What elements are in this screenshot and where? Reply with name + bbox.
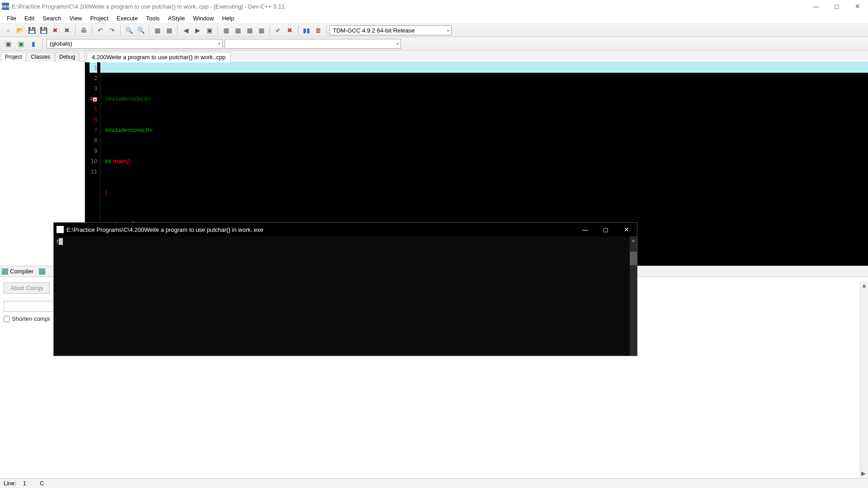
status-col: C — [40, 480, 44, 487]
check-icon[interactable]: ✔ — [273, 25, 283, 36]
line-number: 6 — [90, 114, 97, 125]
toolbar-separator — [92, 25, 92, 35]
console-output-text: f — [57, 238, 58, 245]
console-window: E:\Practice Programs\C\4.200Weite a prog… — [53, 222, 637, 356]
undo-icon[interactable]: ↶ — [95, 25, 106, 36]
menu-execute[interactable]: Execute — [113, 14, 142, 23]
toolbar-separator — [177, 25, 178, 35]
line-number: 3 — [90, 83, 97, 94]
console-vertical-scrollbar[interactable]: ▲ — [630, 236, 637, 356]
menu-tools[interactable]: Tools — [142, 14, 164, 23]
compiler-tab-icon — [2, 268, 8, 275]
output-vertical-scrollbar[interactable]: ▲ ▼ — [860, 281, 868, 475]
find-icon[interactable]: 🔍 — [123, 25, 134, 36]
scroll-up-icon[interactable]: ▲ — [860, 281, 868, 289]
status-bar: Line: 1 C — [0, 478, 868, 488]
run-icon[interactable]: ▦ — [164, 25, 175, 36]
line-number: 5 — [90, 104, 97, 114]
insert-icon[interactable]: ▣ — [15, 38, 26, 49]
menu-search[interactable]: Search — [38, 14, 65, 23]
new-file-icon[interactable]: ▫ — [3, 25, 14, 36]
tab-compiler[interactable]: Compiler — [10, 268, 33, 275]
line-number: 11 — [90, 166, 97, 177]
print-icon[interactable]: 🖶 — [78, 25, 89, 36]
compile-icon[interactable]: ▦ — [152, 25, 163, 36]
line-number: 8 — [90, 135, 97, 145]
tab-project[interactable]: Project — [1, 52, 26, 61]
menu-window[interactable]: Window — [189, 14, 218, 23]
scroll-up-icon[interactable]: ▲ — [630, 236, 637, 244]
scroll-thumb[interactable] — [630, 252, 637, 265]
toolbar-separator — [269, 25, 270, 35]
grid1-icon[interactable]: ▦ — [221, 25, 231, 36]
open-file-icon[interactable]: 📂 — [14, 25, 25, 36]
scope-select[interactable]: (globals) — [47, 39, 223, 49]
save-all-icon[interactable]: 💾 — [38, 25, 49, 36]
minimize-button[interactable]: ― — [806, 0, 826, 13]
stop-icon[interactable]: ✖ — [284, 25, 295, 36]
close-all-icon[interactable]: ✖ — [61, 25, 72, 36]
back-icon[interactable]: ◀ — [180, 25, 191, 36]
tab-debug[interactable]: Debug — [55, 52, 79, 61]
menu-project[interactable]: Project — [86, 14, 113, 23]
symbol-select[interactable] — [225, 39, 401, 49]
toolbar-separator — [120, 25, 121, 35]
console-close-button[interactable]: ✕ — [616, 223, 637, 236]
shorten-path-label: Shorten compi — [12, 315, 50, 322]
scroll-right-icon[interactable]: ▶ — [859, 469, 868, 477]
left-panel-tabs: Project Classes Debug — [0, 51, 85, 61]
window-controls: ― ◻ ✕ — [806, 0, 868, 13]
bookmark-icon[interactable]: ▣ — [204, 25, 215, 36]
goto-icon[interactable]: ▣ — [3, 38, 14, 49]
grid4-icon[interactable]: ▦ — [256, 25, 267, 36]
line-number: 7 — [90, 125, 97, 135]
toggle-icon[interactable]: ▮ — [28, 38, 39, 49]
file-tabs: 4.200Weite a program to use putchar() in… — [85, 51, 868, 62]
toolbar-separator — [326, 25, 327, 35]
redo-icon[interactable]: ↷ — [107, 25, 118, 36]
forward-icon[interactable]: ▶ — [192, 25, 203, 36]
fold-minus-icon[interactable] — [93, 97, 97, 102]
toolbar-separator — [75, 25, 75, 35]
close-button[interactable]: ✕ — [847, 0, 868, 13]
console-cursor — [59, 238, 63, 245]
menu-bar: File Edit Search View Project Execute To… — [0, 13, 868, 23]
grid3-icon[interactable]: ▦ — [244, 25, 255, 36]
window-title-bar: DEV E:\Practice Programs\C\4.200Weite a … — [0, 0, 868, 13]
status-line: Line: 1 — [4, 480, 26, 487]
grid2-icon[interactable]: ▦ — [232, 25, 243, 36]
console-title-bar[interactable]: E:\Practice Programs\C\4.200Weite a prog… — [54, 223, 637, 236]
console-minimize-button[interactable]: ― — [575, 223, 595, 236]
menu-file[interactable]: File — [3, 14, 20, 23]
compiler-select[interactable]: TDM-GCC 4.9.2 64-bit Release — [330, 25, 452, 35]
current-line-highlight — [100, 62, 868, 73]
close-file-icon[interactable]: ✖ — [50, 25, 61, 36]
toolbar-separator — [298, 25, 298, 35]
console-maximize-button[interactable]: ◻ — [595, 223, 616, 236]
menu-astyle[interactable]: AStyle — [164, 14, 189, 23]
scope-select-label: (globals) — [50, 40, 72, 47]
file-tab[interactable]: 4.200Weite a program to use putchar() in… — [87, 52, 231, 62]
secondary-toolbar: ▣ ▣ ▮ (globals) — [0, 37, 868, 51]
maximize-button[interactable]: ◻ — [826, 0, 847, 13]
line-number: 1 — [90, 62, 97, 73]
menu-edit[interactable]: Edit — [20, 14, 38, 23]
main-toolbar: ▫ 📂 💾 💾 ✖ ✖ 🖶 ↶ ↷ 🔍 🔍 ▦ ▦ ◀ ▶ ▣ ▦ ▦ ▦ ▦ … — [0, 23, 868, 37]
console-app-icon — [57, 226, 64, 233]
app-icon: DEV — [2, 3, 9, 10]
line-number: 4 — [90, 94, 97, 104]
line-number: 10 — [90, 156, 97, 166]
console-output[interactable]: f ▲ — [54, 236, 637, 356]
menu-help[interactable]: Help — [218, 14, 238, 23]
toolbar-separator — [42, 39, 43, 49]
debug-delete-icon[interactable]: 🗑 — [313, 25, 324, 36]
shorten-path-checkbox-input[interactable] — [4, 316, 10, 322]
profile-icon[interactable]: ▮▮ — [301, 25, 312, 36]
menu-view[interactable]: View — [66, 14, 86, 23]
replace-icon[interactable]: 🔍 — [135, 25, 146, 36]
line-number: 2 — [90, 73, 97, 83]
tab-classes[interactable]: Classes — [27, 52, 54, 61]
line-number: 9 — [90, 145, 97, 156]
save-icon[interactable]: 💾 — [26, 25, 37, 36]
abort-compile-button[interactable]: Abort Compi — [4, 282, 50, 294]
